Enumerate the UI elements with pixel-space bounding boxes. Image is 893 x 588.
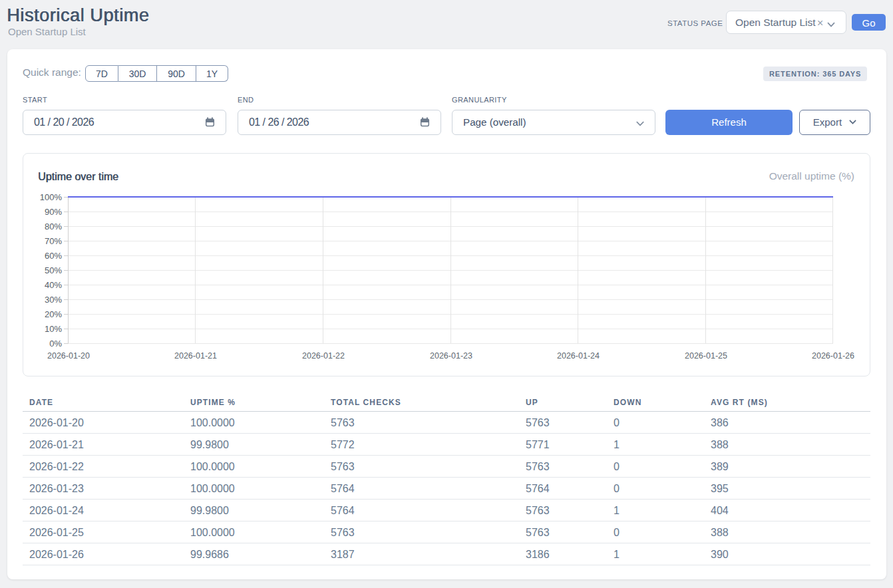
svg-text:2026-01-20: 2026-01-20 <box>47 351 90 361</box>
svg-text:100%: 100% <box>40 192 63 202</box>
svg-text:2026-01-26: 2026-01-26 <box>812 351 854 361</box>
svg-text:2026-01-25: 2026-01-25 <box>685 351 727 361</box>
svg-text:10%: 10% <box>45 324 62 334</box>
svg-text:2026-01-21: 2026-01-21 <box>174 351 217 361</box>
svg-text:50%: 50% <box>45 265 62 275</box>
svg-text:30%: 30% <box>45 295 62 305</box>
svg-text:2026-01-24: 2026-01-24 <box>557 351 600 361</box>
svg-text:70%: 70% <box>45 236 62 246</box>
svg-text:80%: 80% <box>45 221 62 231</box>
svg-text:2026-01-23: 2026-01-23 <box>430 351 472 361</box>
svg-text:60%: 60% <box>45 251 62 261</box>
svg-text:20%: 20% <box>45 309 62 319</box>
svg-text:2026-01-22: 2026-01-22 <box>302 351 345 361</box>
svg-text:0%: 0% <box>49 339 62 349</box>
svg-text:90%: 90% <box>45 207 62 217</box>
svg-text:40%: 40% <box>45 280 62 290</box>
